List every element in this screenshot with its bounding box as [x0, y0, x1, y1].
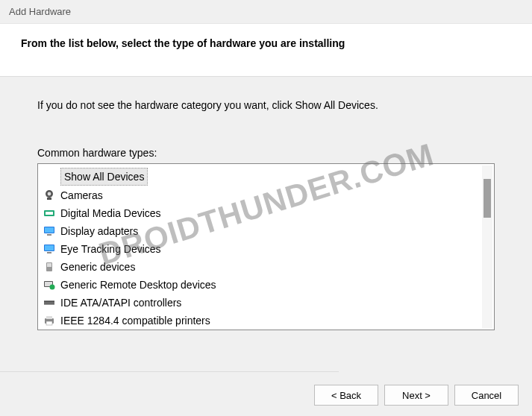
list-item-label: Digital Media Devices [60, 205, 161, 221]
svg-rect-18 [44, 303, 54, 303]
media-icon [43, 207, 56, 220]
remote-icon [43, 278, 56, 291]
list-item-ieee-devices[interactable]: IEEE 1284.4 devices [40, 328, 492, 330]
list-item-eye-tracking[interactable]: Eye Tracking Devices [40, 240, 492, 258]
ide-icon [43, 296, 56, 309]
list-item-ieee-printers[interactable]: IEEE 1284.4 compatible printers [40, 312, 492, 330]
svg-rect-7 [47, 234, 51, 236]
scrollbar[interactable] [482, 166, 492, 328]
list-item-ide-ata[interactable]: IDE ATA/ATAPI controllers [40, 294, 492, 312]
wizard-content: If you do not see the hardware category … [0, 77, 532, 338]
list-label: Common hardware types: [37, 147, 495, 159]
svg-rect-4 [46, 212, 53, 215]
list-item-show-all[interactable]: Show All Devices [40, 167, 492, 186]
wizard-button-row: < Back Next > Cancel [314, 385, 519, 406]
camera-icon [43, 189, 56, 202]
cancel-button[interactable]: Cancel [454, 385, 519, 406]
scrollbar-thumb[interactable] [484, 179, 491, 218]
list-item-display-adapters[interactable]: Display adapters [40, 222, 492, 240]
list-item-generic[interactable]: Generic devices [40, 258, 492, 276]
svg-rect-10 [47, 252, 51, 253]
eye-icon [43, 242, 56, 256]
instruction-text: If you do not see the hardware category … [37, 99, 495, 111]
list-item-label: Eye Tracking Devices [60, 241, 161, 257]
list-item-remote-desktop[interactable]: Generic Remote Desktop devices [40, 276, 492, 294]
svg-rect-21 [46, 321, 52, 325]
blank-icon [43, 170, 56, 183]
list-item-label: Show All Devices [60, 168, 148, 186]
generic-icon [43, 260, 56, 274]
list-item-label: Display adapters [60, 223, 138, 239]
wizard-header: From the list below, select the type of … [0, 24, 532, 77]
hardware-listbox[interactable]: Show All Devices Cameras Digital Media D… [37, 163, 495, 330]
window-title: Add Hardware [0, 0, 532, 24]
list-item-cameras[interactable]: Cameras [40, 186, 492, 204]
list-item-label: IEEE 1284.4 compatible printers [60, 312, 210, 329]
printer-icon [43, 314, 56, 327]
list-item-digital-media[interactable]: Digital Media Devices [40, 204, 492, 222]
next-button[interactable]: Next > [384, 385, 448, 406]
display-icon [43, 224, 56, 238]
list-item-label: IEEE 1284.4 devices [60, 328, 157, 330]
list-item-label: Generic devices [60, 259, 135, 275]
svg-rect-17 [44, 301, 54, 302]
svg-rect-20 [46, 316, 52, 319]
list-item-label: IDE ATA/ATAPI controllers [60, 294, 181, 311]
back-button[interactable]: < Back [314, 385, 378, 406]
svg-point-15 [50, 285, 55, 290]
wizard-heading: From the list below, select the type of … [21, 37, 511, 49]
svg-rect-9 [45, 245, 54, 250]
list-item-label: Generic Remote Desktop devices [60, 277, 216, 293]
svg-rect-6 [45, 227, 54, 233]
svg-rect-2 [47, 198, 51, 200]
svg-rect-12 [47, 263, 51, 267]
list-item-label: Cameras [60, 187, 103, 204]
svg-point-1 [48, 192, 51, 196]
